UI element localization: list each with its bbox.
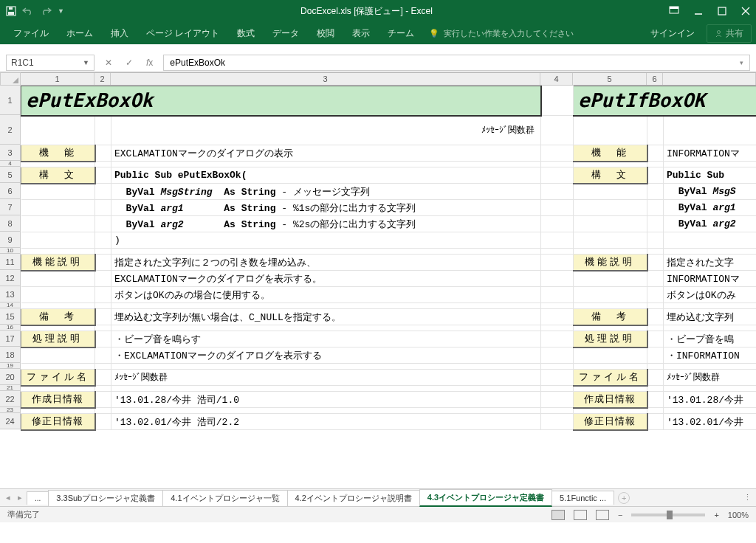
- cell-label[interactable]: 機 能: [574, 145, 647, 162]
- cell[interactable]: ﾒｯｾｰｼﾞ関数群: [111, 370, 541, 386]
- sheet-tab[interactable]: 4.1イベントプロシージャ一覧: [162, 490, 287, 506]
- cell[interactable]: '13.02.01/今井: [664, 414, 756, 430]
- row-header[interactable]: 22: [0, 391, 20, 407]
- cell[interactable]: Public Sub ePutExBoxOk(: [111, 167, 541, 184]
- cell-label[interactable]: ファイル名: [574, 370, 647, 386]
- col-header[interactable]: 6: [647, 73, 663, 85]
- row-header[interactable]: 7: [0, 199, 20, 215]
- col-header[interactable]: 2: [94, 73, 111, 85]
- view-pagelayout-icon[interactable]: [574, 510, 587, 520]
- formula-expand-icon[interactable]: ▾: [740, 59, 743, 66]
- col-header[interactable]: 4: [540, 73, 573, 85]
- zoom-slider[interactable]: [631, 513, 705, 516]
- row-header[interactable]: 20: [0, 369, 20, 385]
- cancel-icon[interactable]: ✕: [102, 56, 115, 69]
- cell[interactable]: ByVal arg1 As String - %1sの部分に出力する文字列: [111, 200, 541, 216]
- tellme-search[interactable]: 💡 実行したい作業を入力してください: [429, 28, 574, 39]
- cell[interactable]: 指定された文字列に２つの引き数を埋め込み、: [111, 255, 541, 271]
- cell[interactable]: ByVal arg1: [664, 200, 756, 216]
- sheet-tab[interactable]: 5.1Functic ...: [551, 491, 614, 505]
- ribbon-options-icon[interactable]: [669, 6, 679, 16]
- cell-label[interactable]: 修正日情報: [21, 414, 95, 430]
- tab-pagelayout[interactable]: ページ レイアウト: [137, 23, 228, 44]
- tab-overflow-icon[interactable]: ⋮: [743, 493, 752, 502]
- cell[interactable]: ﾒｯｾｰｼﾞ関数群: [664, 370, 756, 386]
- row-header[interactable]: 8: [0, 215, 20, 232]
- minimize-icon[interactable]: [694, 7, 703, 15]
- row-header[interactable]: 15: [0, 308, 20, 325]
- namebox-dropdown-icon[interactable]: ▼: [83, 59, 89, 66]
- row-header[interactable]: 18: [0, 347, 20, 363]
- zoom-in-button[interactable]: +: [714, 511, 718, 519]
- save-icon[interactable]: [6, 6, 16, 16]
- tab-home[interactable]: ホーム: [58, 23, 102, 44]
- cell[interactable]: '13.01.28/今井: [664, 392, 756, 408]
- row-header[interactable]: 11: [0, 254, 20, 270]
- row-header[interactable]: 16: [0, 325, 20, 331]
- maximize-icon[interactable]: [718, 7, 726, 15]
- cell[interactable]: ByVal MsgString As String - メッセージ文字列: [111, 184, 541, 200]
- qat-dropdown-icon[interactable]: ▼: [58, 7, 64, 15]
- row-header[interactable]: 5: [0, 167, 20, 183]
- cell-label[interactable]: ファイル名: [21, 370, 95, 386]
- enter-icon[interactable]: ✓: [123, 56, 136, 69]
- formula-input[interactable]: ePutExBoxOk ▾: [163, 55, 750, 71]
- cell-label[interactable]: 機 能: [21, 145, 95, 162]
- close-icon[interactable]: [741, 7, 750, 15]
- cell[interactable]: ByVal arg2: [664, 216, 756, 232]
- signin-link[interactable]: サインイン: [650, 27, 695, 40]
- name-box[interactable]: R1C1 ▼: [6, 55, 94, 71]
- fx-icon[interactable]: fx: [143, 56, 156, 69]
- sheet-tab[interactable]: 3.3Subプロシージャ定義書: [48, 490, 163, 506]
- col-header[interactable]: [663, 73, 756, 85]
- view-normal-icon[interactable]: [551, 510, 565, 520]
- cell[interactable]: '13.01.28/今井 浩司/1.0: [111, 392, 541, 408]
- cell[interactable]: ・ビープ音を鳴: [664, 331, 756, 347]
- cell-title-right[interactable]: ePutIfBoxOK: [574, 86, 756, 116]
- cell-label[interactable]: 処理説明: [574, 331, 647, 347]
- col-header[interactable]: 3: [111, 73, 540, 85]
- tab-formulas[interactable]: 数式: [228, 23, 264, 44]
- sheet-tab[interactable]: 4.2イベントプロシージャ説明書: [287, 490, 420, 506]
- col-header[interactable]: 1: [21, 73, 94, 85]
- cell[interactable]: EXCLAMATIONマークのダイアログを表示する。: [111, 271, 541, 287]
- cell-label[interactable]: 機能説明: [574, 255, 647, 271]
- sheet-nav-next-icon[interactable]: ▸: [16, 493, 24, 502]
- tab-insert[interactable]: 挿入: [102, 23, 137, 44]
- row-header[interactable]: 6: [0, 183, 20, 199]
- row-header[interactable]: 2: [0, 115, 20, 145]
- cell-label[interactable]: 作成日情報: [574, 392, 647, 408]
- cell[interactable]: INFORMATIONマ: [664, 145, 756, 162]
- row-header[interactable]: 13: [0, 286, 20, 302]
- undo-icon[interactable]: [22, 7, 34, 15]
- row-header[interactable]: 23: [0, 407, 20, 413]
- col-header[interactable]: 5: [573, 73, 647, 85]
- row-header[interactable]: 4: [0, 161, 20, 167]
- share-button[interactable]: 共有: [707, 24, 752, 43]
- row-header[interactable]: 17: [0, 331, 20, 347]
- cell[interactable]: 埋め込む文字列が無い場合は、C_NULLを指定する。: [111, 309, 541, 325]
- select-all-button[interactable]: [0, 72, 21, 86]
- tab-team[interactable]: チーム: [379, 23, 423, 44]
- cell-label[interactable]: 構 文: [21, 167, 95, 184]
- redo-icon[interactable]: [40, 7, 52, 15]
- view-pagebreak-icon[interactable]: [596, 510, 609, 520]
- row-header[interactable]: 3: [0, 145, 20, 161]
- cell-label[interactable]: 構 文: [574, 167, 647, 184]
- row-header[interactable]: 24: [0, 413, 20, 429]
- grid[interactable]: ePutExBoxOk ePutIfBoxOK ﾒｯｾｰｼﾞ関数群 機 能EXC…: [21, 86, 756, 488]
- row-header[interactable]: 12: [0, 270, 20, 286]
- cell-label[interactable]: 機能説明: [21, 255, 95, 271]
- cell-label[interactable]: 修正日情報: [574, 414, 647, 430]
- cell-title-left[interactable]: ePutExBoxOk: [21, 86, 541, 116]
- row-header[interactable]: 21: [0, 385, 20, 391]
- tab-data[interactable]: データ: [264, 23, 308, 44]
- cell[interactable]: ・INFORMATION: [664, 347, 756, 364]
- cell[interactable]: ・EXCLAMATIONマークのダイアログを表示する: [111, 347, 541, 364]
- cell[interactable]: INFORMATIONマ: [664, 271, 756, 287]
- zoom-level[interactable]: 100%: [728, 511, 749, 519]
- cell[interactable]: ByVal arg2 As String - %2sの部分に出力する文字列: [111, 216, 541, 232]
- tab-review[interactable]: 校閲: [308, 23, 343, 44]
- sheet-tab[interactable]: ...: [27, 491, 49, 505]
- row-header[interactable]: 10: [0, 248, 20, 254]
